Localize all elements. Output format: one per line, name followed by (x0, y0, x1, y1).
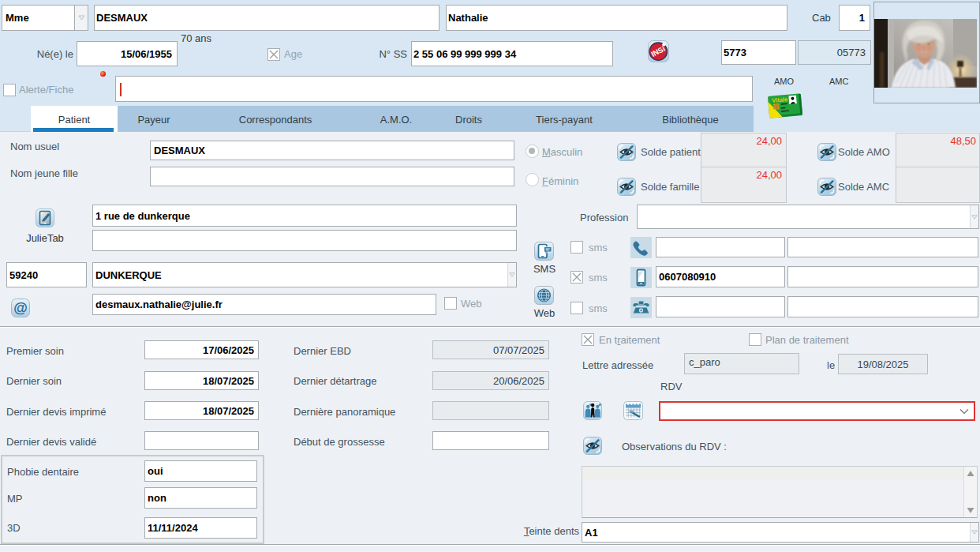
svg-text:@: @ (13, 300, 28, 316)
svg-text:Vitale: Vitale (772, 96, 788, 104)
